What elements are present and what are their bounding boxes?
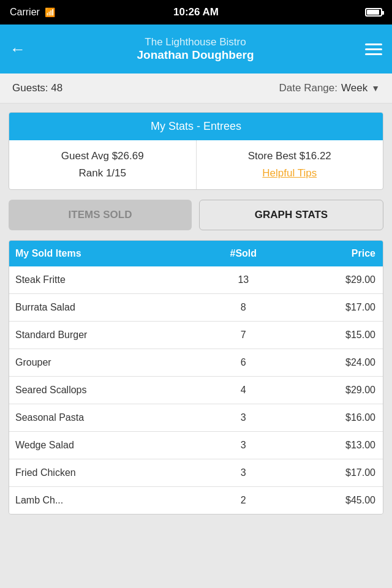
table-row: Lamb Ch... 2 $45.00 [9, 487, 383, 514]
stats-title: My Stats - Entrees [9, 113, 383, 140]
cell-name: Steak Fritte [9, 266, 197, 293]
time-display: 10:26 AM [173, 6, 219, 18]
cell-price: $13.00 [290, 432, 383, 459]
table-row: Seared Scallops 4 $29.00 [9, 377, 383, 404]
date-range-filter[interactable]: Date Range: Week ▼ [279, 82, 380, 94]
guest-avg: Guest Avg $26.69 [19, 150, 186, 162]
store-best: Store Best $16.22 [206, 150, 374, 162]
cell-price: $29.00 [290, 377, 383, 404]
col-header-price: Price [290, 241, 383, 266]
table-row: Steak Fritte 13 $29.00 [9, 266, 383, 294]
cell-price: $17.00 [290, 459, 383, 486]
menu-button[interactable] [365, 43, 382, 55]
cell-name: Wedge Salad [9, 432, 197, 459]
cell-sold: 3 [197, 459, 289, 486]
helpful-tips-link[interactable]: Helpful Tips [206, 167, 374, 179]
restaurant-name: The Lighthouse Bistro [137, 36, 254, 48]
app-header: ← The Lighthouse Bistro Jonathan Doughbe… [0, 24, 392, 74]
table-row: Burrata Salad 8 $17.00 [9, 294, 383, 322]
cell-name: Grouper [9, 349, 197, 376]
cell-price: $45.00 [290, 487, 383, 514]
table-row: Fried Chicken 3 $17.00 [9, 459, 383, 487]
filter-bar: Guests: 48 Date Range: Week ▼ [0, 74, 392, 104]
table-header: My Sold Items #Sold Price [9, 241, 383, 266]
items-sold-button[interactable]: ITEMS SOLD [9, 200, 192, 230]
stats-right-col: Store Best $16.22 Helpful Tips [197, 140, 383, 189]
guests-value: 48 [51, 82, 62, 94]
status-bar: Carrier 📶 10:26 AM [0, 0, 392, 24]
cell-name: Seasonal Pasta [9, 404, 197, 431]
cell-sold: 6 [197, 349, 289, 376]
cell-name: Lamb Ch... [9, 487, 197, 514]
cell-sold: 7 [197, 322, 289, 349]
cell-sold: 13 [197, 266, 289, 293]
stats-left-col: Guest Avg $26.69 Rank 1/15 [9, 140, 197, 189]
cell-price: $17.00 [290, 294, 383, 321]
cell-name: Standard Burger [9, 322, 197, 349]
stats-section: My Stats - Entrees Guest Avg $26.69 Rank… [9, 112, 383, 190]
cell-name: Seared Scallops [9, 377, 197, 404]
table-row: Seasonal Pasta 3 $16.00 [9, 404, 383, 432]
wifi-icon: 📶 [45, 7, 55, 17]
guests-label: Guests: [12, 82, 48, 94]
battery-icon [365, 8, 382, 17]
date-range-label: Date Range: [279, 82, 337, 94]
guests-filter: Guests: 48 [12, 82, 62, 94]
cell-sold: 4 [197, 377, 289, 404]
cell-sold: 8 [197, 294, 289, 321]
carrier-label: Carrier [10, 7, 40, 18]
toggle-buttons: ITEMS SOLD GRAPH STATS [9, 200, 383, 230]
cell-price: $29.00 [290, 266, 383, 293]
hamburger-icon [365, 43, 382, 55]
col-header-sold: #Sold [197, 241, 289, 266]
table-row: Standard Burger 7 $15.00 [9, 322, 383, 349]
date-range-value: Week [341, 82, 368, 94]
cell-name: Fried Chicken [9, 459, 197, 486]
cell-sold: 2 [197, 487, 289, 514]
cell-name: Burrata Salad [9, 294, 197, 321]
back-button[interactable]: ← [10, 40, 26, 59]
graph-stats-button[interactable]: GRAPH STATS [199, 200, 383, 230]
cell-sold: 3 [197, 404, 289, 431]
cell-price: $15.00 [290, 322, 383, 349]
col-header-name: My Sold Items [9, 241, 197, 266]
header-title: The Lighthouse Bistro Jonathan Doughberg [137, 36, 254, 62]
table-row: Grouper 6 $24.00 [9, 349, 383, 377]
sold-items-table: My Sold Items #Sold Price Steak Fritte 1… [9, 240, 383, 514]
user-name: Jonathan Doughberg [137, 48, 254, 62]
cell-price: $24.00 [290, 349, 383, 376]
table-body: Steak Fritte 13 $29.00 Burrata Salad 8 $… [9, 266, 383, 514]
rank: Rank 1/15 [19, 167, 186, 179]
stats-body: Guest Avg $26.69 Rank 1/15 Store Best $1… [9, 140, 383, 189]
cell-price: $16.00 [290, 404, 383, 431]
table-row: Wedge Salad 3 $13.00 [9, 432, 383, 459]
chevron-down-icon: ▼ [371, 83, 380, 93]
cell-sold: 3 [197, 432, 289, 459]
